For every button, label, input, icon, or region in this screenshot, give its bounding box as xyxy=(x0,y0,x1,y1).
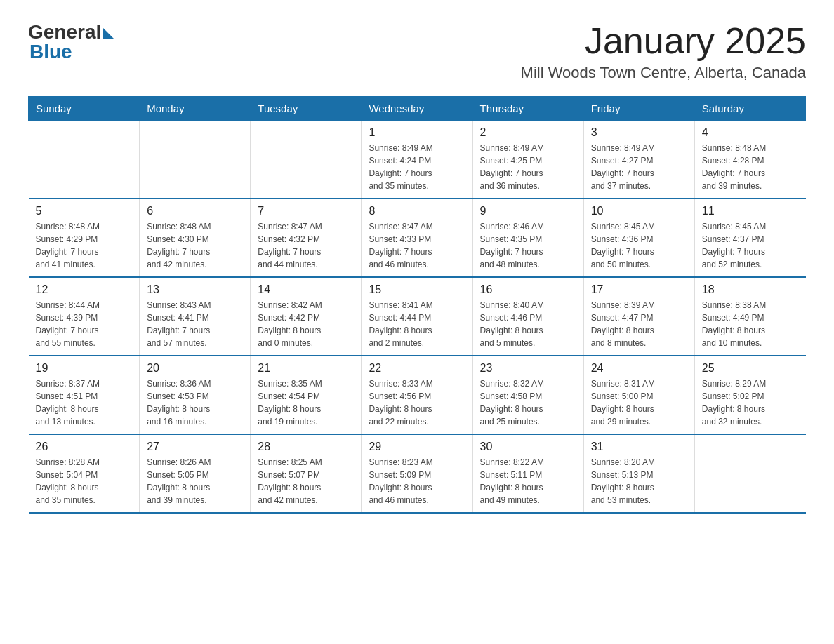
calendar-header-row: Sunday Monday Tuesday Wednesday Thursday… xyxy=(29,97,806,121)
day-number: 28 xyxy=(258,441,354,453)
day-number: 23 xyxy=(480,362,576,375)
logo: General Blue xyxy=(28,21,114,63)
page-header: General Blue January 2025 Mill Woods Tow… xyxy=(28,21,806,82)
col-saturday: Saturday xyxy=(694,97,805,121)
day-info: Sunrise: 8:39 AM Sunset: 4:47 PM Dayligh… xyxy=(591,299,687,349)
day-number: 29 xyxy=(369,441,465,453)
day-info: Sunrise: 8:28 AM Sunset: 5:04 PM Dayligh… xyxy=(36,456,133,507)
calendar-week-row: 12Sunrise: 8:44 AM Sunset: 4:39 PM Dayli… xyxy=(29,277,806,356)
calendar-cell xyxy=(140,121,251,199)
logo-arrow-icon xyxy=(103,28,114,39)
col-monday: Monday xyxy=(140,97,251,121)
calendar-week-row: 19Sunrise: 8:37 AM Sunset: 4:51 PM Dayli… xyxy=(29,356,806,434)
calendar-cell: 21Sunrise: 8:35 AM Sunset: 4:54 PM Dayli… xyxy=(251,356,362,434)
calendar-cell: 14Sunrise: 8:42 AM Sunset: 4:42 PM Dayli… xyxy=(251,277,362,356)
calendar-cell: 9Sunrise: 8:46 AM Sunset: 4:35 PM Daylig… xyxy=(472,199,583,277)
calendar-cell: 3Sunrise: 8:49 AM Sunset: 4:27 PM Daylig… xyxy=(583,121,694,199)
calendar-table: Sunday Monday Tuesday Wednesday Thursday… xyxy=(28,96,806,514)
day-number: 8 xyxy=(369,205,465,217)
day-info: Sunrise: 8:49 AM Sunset: 4:24 PM Dayligh… xyxy=(369,142,465,192)
day-info: Sunrise: 8:43 AM Sunset: 4:41 PM Dayligh… xyxy=(147,299,243,349)
calendar-cell: 18Sunrise: 8:38 AM Sunset: 4:49 PM Dayli… xyxy=(694,277,805,356)
day-number: 1 xyxy=(369,126,465,139)
day-number: 11 xyxy=(702,205,799,217)
day-info: Sunrise: 8:33 AM Sunset: 4:56 PM Dayligh… xyxy=(369,377,465,428)
day-info: Sunrise: 8:25 AM Sunset: 5:07 PM Dayligh… xyxy=(258,456,354,507)
calendar-cell: 15Sunrise: 8:41 AM Sunset: 4:44 PM Dayli… xyxy=(362,277,472,356)
day-info: Sunrise: 8:41 AM Sunset: 4:44 PM Dayligh… xyxy=(369,299,465,349)
day-number: 18 xyxy=(702,283,799,296)
day-number: 31 xyxy=(591,441,687,453)
calendar-cell xyxy=(694,434,805,513)
day-number: 12 xyxy=(36,283,133,296)
calendar-cell: 7Sunrise: 8:47 AM Sunset: 4:32 PM Daylig… xyxy=(251,199,362,277)
col-sunday: Sunday xyxy=(29,97,140,121)
day-info: Sunrise: 8:35 AM Sunset: 4:54 PM Dayligh… xyxy=(258,377,354,428)
day-number: 3 xyxy=(591,126,687,139)
day-info: Sunrise: 8:45 AM Sunset: 4:37 PM Dayligh… xyxy=(702,220,799,271)
day-number: 9 xyxy=(480,205,576,217)
day-info: Sunrise: 8:22 AM Sunset: 5:11 PM Dayligh… xyxy=(480,456,576,507)
calendar-subtitle: Mill Woods Town Centre, Alberta, Canada xyxy=(521,64,806,82)
day-info: Sunrise: 8:26 AM Sunset: 5:05 PM Dayligh… xyxy=(147,456,243,507)
calendar-cell: 31Sunrise: 8:20 AM Sunset: 5:13 PM Dayli… xyxy=(583,434,694,513)
day-info: Sunrise: 8:49 AM Sunset: 4:25 PM Dayligh… xyxy=(480,142,576,192)
calendar-cell: 23Sunrise: 8:32 AM Sunset: 4:58 PM Dayli… xyxy=(472,356,583,434)
col-wednesday: Wednesday xyxy=(362,97,472,121)
day-number: 20 xyxy=(147,362,243,375)
calendar-cell: 10Sunrise: 8:45 AM Sunset: 4:36 PM Dayli… xyxy=(583,199,694,277)
day-number: 21 xyxy=(258,362,354,375)
calendar-cell: 12Sunrise: 8:44 AM Sunset: 4:39 PM Dayli… xyxy=(29,277,140,356)
calendar-cell: 24Sunrise: 8:31 AM Sunset: 5:00 PM Dayli… xyxy=(583,356,694,434)
calendar-cell xyxy=(251,121,362,199)
col-tuesday: Tuesday xyxy=(251,97,362,121)
day-info: Sunrise: 8:32 AM Sunset: 4:58 PM Dayligh… xyxy=(480,377,576,428)
calendar-cell: 22Sunrise: 8:33 AM Sunset: 4:56 PM Dayli… xyxy=(362,356,472,434)
day-info: Sunrise: 8:37 AM Sunset: 4:51 PM Dayligh… xyxy=(36,377,133,428)
calendar-cell: 19Sunrise: 8:37 AM Sunset: 4:51 PM Dayli… xyxy=(29,356,140,434)
col-friday: Friday xyxy=(583,97,694,121)
calendar-week-row: 1Sunrise: 8:49 AM Sunset: 4:24 PM Daylig… xyxy=(29,121,806,199)
day-info: Sunrise: 8:40 AM Sunset: 4:46 PM Dayligh… xyxy=(480,299,576,349)
calendar-cell: 13Sunrise: 8:43 AM Sunset: 4:41 PM Dayli… xyxy=(140,277,251,356)
calendar-cell: 11Sunrise: 8:45 AM Sunset: 4:37 PM Dayli… xyxy=(694,199,805,277)
title-block: January 2025 Mill Woods Town Centre, Alb… xyxy=(521,21,806,82)
calendar-cell: 5Sunrise: 8:48 AM Sunset: 4:29 PM Daylig… xyxy=(29,199,140,277)
calendar-cell: 6Sunrise: 8:48 AM Sunset: 4:30 PM Daylig… xyxy=(140,199,251,277)
day-number: 24 xyxy=(591,362,687,375)
calendar-cell: 30Sunrise: 8:22 AM Sunset: 5:11 PM Dayli… xyxy=(472,434,583,513)
day-number: 19 xyxy=(36,362,133,375)
day-info: Sunrise: 8:29 AM Sunset: 5:02 PM Dayligh… xyxy=(702,377,799,428)
calendar-cell: 8Sunrise: 8:47 AM Sunset: 4:33 PM Daylig… xyxy=(362,199,472,277)
day-number: 4 xyxy=(702,126,799,139)
day-info: Sunrise: 8:47 AM Sunset: 4:32 PM Dayligh… xyxy=(258,220,354,271)
day-number: 22 xyxy=(369,362,465,375)
day-info: Sunrise: 8:45 AM Sunset: 4:36 PM Dayligh… xyxy=(591,220,687,271)
day-info: Sunrise: 8:42 AM Sunset: 4:42 PM Dayligh… xyxy=(258,299,354,349)
col-thursday: Thursday xyxy=(472,97,583,121)
day-info: Sunrise: 8:36 AM Sunset: 4:53 PM Dayligh… xyxy=(147,377,243,428)
calendar-cell: 20Sunrise: 8:36 AM Sunset: 4:53 PM Dayli… xyxy=(140,356,251,434)
logo-blue-text: Blue xyxy=(29,41,72,63)
calendar-cell: 28Sunrise: 8:25 AM Sunset: 5:07 PM Dayli… xyxy=(251,434,362,513)
calendar-cell: 2Sunrise: 8:49 AM Sunset: 4:25 PM Daylig… xyxy=(472,121,583,199)
day-info: Sunrise: 8:49 AM Sunset: 4:27 PM Dayligh… xyxy=(591,142,687,192)
calendar-cell: 17Sunrise: 8:39 AM Sunset: 4:47 PM Dayli… xyxy=(583,277,694,356)
day-info: Sunrise: 8:47 AM Sunset: 4:33 PM Dayligh… xyxy=(369,220,465,271)
day-info: Sunrise: 8:44 AM Sunset: 4:39 PM Dayligh… xyxy=(36,299,133,349)
day-number: 6 xyxy=(147,205,243,217)
day-info: Sunrise: 8:23 AM Sunset: 5:09 PM Dayligh… xyxy=(369,456,465,507)
day-number: 27 xyxy=(147,441,243,453)
day-info: Sunrise: 8:46 AM Sunset: 4:35 PM Dayligh… xyxy=(480,220,576,271)
calendar-cell: 25Sunrise: 8:29 AM Sunset: 5:02 PM Dayli… xyxy=(694,356,805,434)
day-info: Sunrise: 8:38 AM Sunset: 4:49 PM Dayligh… xyxy=(702,299,799,349)
calendar-week-row: 26Sunrise: 8:28 AM Sunset: 5:04 PM Dayli… xyxy=(29,434,806,513)
day-info: Sunrise: 8:48 AM Sunset: 4:29 PM Dayligh… xyxy=(36,220,133,271)
calendar-cell: 26Sunrise: 8:28 AM Sunset: 5:04 PM Dayli… xyxy=(29,434,140,513)
calendar-cell xyxy=(29,121,140,199)
calendar-cell: 1Sunrise: 8:49 AM Sunset: 4:24 PM Daylig… xyxy=(362,121,472,199)
day-number: 5 xyxy=(36,205,133,217)
calendar-cell: 16Sunrise: 8:40 AM Sunset: 4:46 PM Dayli… xyxy=(472,277,583,356)
day-number: 14 xyxy=(258,283,354,296)
calendar-title: January 2025 xyxy=(521,21,806,61)
